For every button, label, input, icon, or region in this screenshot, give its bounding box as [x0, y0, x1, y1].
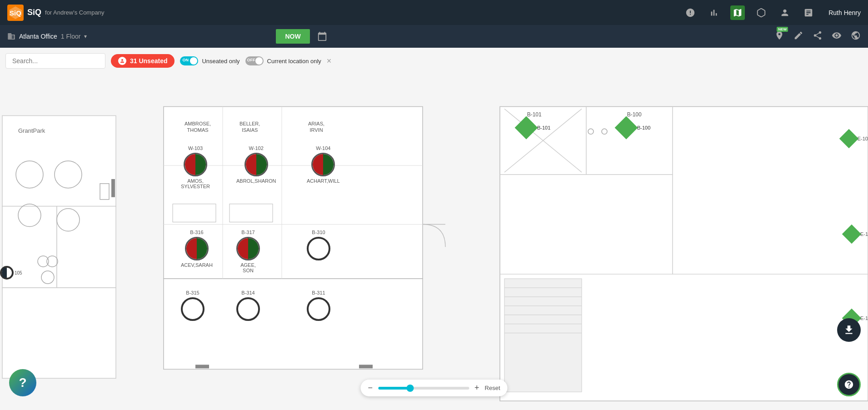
above-seat-label-2: BELLER,ISAIAS: [239, 120, 260, 134]
seat-id-b315: B-315: [186, 290, 199, 295]
svg-rect-30: [504, 279, 582, 392]
second-nav-right: NEW: [774, 30, 861, 42]
seat-b317[interactable]: B-317 AGEE,SON: [236, 230, 260, 273]
calendar-button[interactable]: [317, 31, 327, 41]
seat-circle-b317[interactable]: [236, 237, 260, 260]
seat-id-w102: W-102: [249, 145, 264, 151]
seat-name-w103: AMOS,SYLVESTER: [181, 178, 210, 189]
unseated-only-toggle[interactable]: ON Unseated only: [180, 56, 239, 65]
share-button[interactable]: [813, 30, 823, 42]
room-e1-diamond-2[interactable]: [842, 225, 861, 244]
globe-button[interactable]: [851, 30, 861, 42]
unseated-toggle-control[interactable]: ON: [180, 56, 198, 65]
room-e1-label-2: E-1: [860, 231, 868, 237]
seat-circle-b310[interactable]: [307, 237, 330, 260]
seat-name-w104: ACHART,WILL: [307, 178, 340, 184]
room-e1-label-3: E-1: [860, 315, 868, 321]
alert-icon[interactable]: [683, 5, 698, 20]
seat-circle-b315[interactable]: [181, 297, 205, 321]
room-b101-label: B-101: [518, 111, 550, 118]
dropdown-arrow: ▾: [84, 33, 87, 40]
seat-w103[interactable]: W-103 AMOS,SYLVESTER: [181, 145, 210, 189]
chart-icon[interactable]: [707, 5, 721, 20]
filter-bar: 31 Unseated ON Unseated only OFF Current…: [5, 53, 331, 69]
location-only-toggle[interactable]: OFF Current location only: [245, 56, 321, 65]
room-105-area: 105: [0, 266, 22, 280]
search-input[interactable]: [5, 53, 105, 69]
map-icon[interactable]: [730, 5, 745, 20]
seat-id-b317: B-317: [241, 230, 254, 235]
help-icon-right: [844, 380, 854, 390]
room-b101-marker[interactable]: B-101: [518, 120, 550, 136]
seat-circle-w102[interactable]: [244, 153, 268, 176]
seat-id-b314: B-314: [241, 290, 254, 295]
building-icon: [7, 32, 15, 40]
svg-rect-38: [195, 365, 209, 368]
reports-icon[interactable]: [801, 5, 816, 20]
room-b100-area: B-100 B-100: [618, 111, 650, 136]
seat-circle-b314[interactable]: [236, 297, 260, 321]
room-e1-marker-2[interactable]: E-1: [845, 227, 868, 241]
seat-circle-b316[interactable]: [185, 237, 209, 260]
floor-label: 1 Floor: [61, 33, 81, 40]
zoom-thumb[interactable]: [406, 385, 414, 392]
new-badge: NEW: [777, 27, 788, 32]
seat-circle-b311[interactable]: [307, 297, 330, 321]
now-button[interactable]: NOW: [276, 29, 309, 44]
above-seat-label-3: ARIAS,IRVIN: [308, 120, 324, 134]
seat-name-w102: ABROL,SHARON: [236, 178, 276, 184]
room-b101-diamond[interactable]: [515, 116, 538, 140]
seat-b314[interactable]: B-314: [236, 290, 260, 321]
seat-circle-w103[interactable]: [184, 153, 207, 176]
seat-w102[interactable]: W-102 ABROL,SHARON: [236, 145, 276, 184]
zoom-plus-button[interactable]: +: [474, 383, 479, 393]
seat-circle-w104[interactable]: [311, 153, 335, 176]
top-navigation: SiQ SiQ for Andrew's Company Ruth Henry: [0, 0, 868, 25]
seat-id-w104: W-104: [316, 145, 330, 151]
person-icon[interactable]: [778, 5, 792, 20]
location-toggle-control[interactable]: OFF: [245, 56, 264, 65]
help-button-main[interactable]: ?: [9, 369, 36, 396]
location-only-label: Current location only: [267, 58, 321, 65]
room-e10-diamond-1[interactable]: [839, 129, 858, 148]
download-icon: [843, 324, 855, 336]
unseated-filter-button[interactable]: 31 Unseated: [111, 54, 175, 68]
zoom-fill: [378, 387, 410, 390]
help-button-right[interactable]: [837, 373, 861, 396]
svg-rect-40: [111, 179, 115, 197]
room-b101-area: B-101 B-101: [518, 111, 550, 136]
seat-b310[interactable]: B-310: [307, 230, 330, 260]
eye-button[interactable]: [832, 30, 842, 42]
company-label: for Andrew's Company: [45, 9, 104, 16]
seat-name-b317: AGEE,SON: [240, 262, 256, 273]
edit-button[interactable]: [793, 30, 803, 42]
download-button[interactable]: [837, 318, 861, 342]
new-feature-button[interactable]: NEW: [774, 30, 784, 42]
seat-105-circle[interactable]: [0, 266, 14, 280]
room-b101-sublabel: B-101: [537, 125, 550, 130]
seat-b316[interactable]: B-316 ACEV,SARAH: [181, 230, 213, 268]
seat-id-b310: B-310: [312, 230, 325, 235]
zoom-minus-button[interactable]: −: [368, 383, 373, 393]
zoom-slider[interactable]: [378, 387, 469, 390]
svg-rect-39: [359, 365, 373, 368]
above-seat-label-1: AMBROSE,THOMAS: [185, 120, 211, 134]
room-e10-marker-1[interactable]: E-10: [842, 132, 868, 145]
box-icon[interactable]: [754, 5, 768, 20]
svg-rect-7: [2, 288, 116, 378]
room-105-label: 105: [15, 270, 22, 275]
filter-close-button[interactable]: ×: [327, 56, 332, 66]
seat-b311[interactable]: B-311: [307, 290, 330, 321]
unseated-count: 31 Unseated: [130, 57, 167, 65]
seat-b315[interactable]: B-315: [181, 290, 205, 321]
floor-plan[interactable]: 31 Unseated ON Unseated only OFF Current…: [0, 48, 868, 410]
office-selector[interactable]: Atlanta Office 1 Floor ▾: [7, 32, 87, 40]
zoom-reset-button[interactable]: Reset: [485, 385, 500, 391]
room-b100-marker[interactable]: B-100: [618, 120, 650, 136]
seat-name-b316: ACEV,SARAH: [181, 262, 213, 268]
chair-group-svg: [36, 252, 59, 289]
toggle-off-label: OFF: [247, 58, 255, 62]
seat-w104[interactable]: W-104 ACHART,WILL: [307, 145, 340, 184]
svg-rect-6: [57, 206, 116, 288]
room-b100-diamond[interactable]: [615, 116, 638, 140]
